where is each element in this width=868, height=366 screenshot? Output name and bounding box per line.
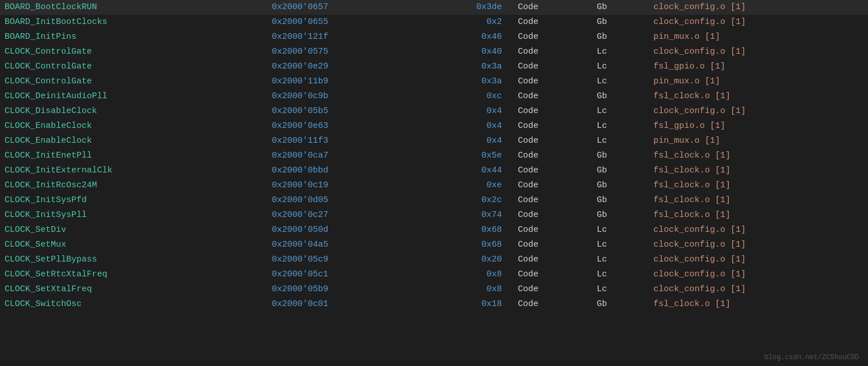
symbol-size: 0x4 (423, 134, 513, 148)
symbol-addr: 0x2000'0c01 (267, 297, 423, 312)
symbol-scope: Lc (592, 134, 649, 148)
symbol-scope: Gb (592, 89, 649, 104)
table-row: CLOCK_InitExternalClk0x2000'0bbd0x44Code… (0, 163, 868, 178)
symbol-type: Code (514, 30, 592, 45)
symbol-addr: 0x2000'04a5 (267, 238, 423, 252)
symbol-addr: 0x2000'05c1 (267, 267, 423, 282)
symbol-name: CLOCK_ControlGate (0, 74, 267, 89)
symbol-name: CLOCK_EnableClock (0, 134, 267, 148)
symbol-size: 0x3a (423, 74, 513, 89)
symbol-scope: Gb (592, 15, 649, 30)
symbol-type: Code (514, 178, 592, 193)
table-row: CLOCK_InitEnetPll0x2000'0ca70x5eCodeGbfs… (0, 148, 868, 163)
symbol-name: CLOCK_ControlGate (0, 59, 267, 74)
symbol-name: CLOCK_SetXtalFreq (0, 282, 267, 297)
symbol-scope: Lc (592, 45, 649, 59)
symbol-addr: 0x2000'0655 (267, 15, 423, 30)
symbol-name: CLOCK_InitExternalClk (0, 163, 267, 178)
symbol-file: pin_mux.o [1] (649, 30, 868, 45)
symbol-scope: Lc (592, 238, 649, 252)
table-row: CLOCK_SetMux0x2000'04a50x68CodeLcclock_c… (0, 238, 868, 252)
symbol-file: fsl_clock.o [1] (649, 178, 868, 193)
symbol-scope: Lc (592, 104, 649, 119)
symbol-scope: Gb (592, 30, 649, 45)
symbol-size: 0x3a (423, 59, 513, 74)
symbol-type: Code (514, 238, 592, 252)
symbol-name: CLOCK_InitRcOsc24M (0, 178, 267, 193)
symbol-type: Code (514, 223, 592, 238)
symbol-size: 0x18 (423, 297, 513, 312)
symbol-size: 0x68 (423, 238, 513, 252)
symbol-type: Code (514, 134, 592, 148)
table-row: CLOCK_SetDiv0x2000'050d0x68CodeLcclock_c… (0, 223, 868, 238)
symbol-size: 0x4 (423, 119, 513, 134)
symbol-addr: 0x2000'0ca7 (267, 148, 423, 163)
symbol-scope: Lc (592, 59, 649, 74)
table-row: CLOCK_EnableClock0x2000'11f30x4CodeLcpin… (0, 134, 868, 148)
symbol-scope: Lc (592, 267, 649, 282)
symbol-size: 0x8 (423, 282, 513, 297)
symbol-name: CLOCK_SwitchOsc (0, 297, 267, 312)
symbol-addr: 0x2000'0e29 (267, 59, 423, 74)
table-row: CLOCK_InitSysPfd0x2000'0d050x2cCodeGbfsl… (0, 193, 868, 208)
symbol-type: Code (514, 208, 592, 223)
symbol-type: Code (514, 252, 592, 267)
symbol-type: Code (514, 74, 592, 89)
table-row: BOARD_BootClockRUN0x2000'06570x3deCodeGb… (0, 0, 868, 15)
symbol-size: 0x68 (423, 223, 513, 238)
symbol-addr: 0x2000'050d (267, 223, 423, 238)
symbol-addr: 0x2000'0c27 (267, 208, 423, 223)
table-row: CLOCK_SetPllBypass0x2000'05c90x20CodeLcc… (0, 252, 868, 267)
symbol-file: fsl_clock.o [1] (649, 89, 868, 104)
symbol-addr: 0x2000'0bbd (267, 163, 423, 178)
symbol-name: CLOCK_ControlGate (0, 45, 267, 59)
symbol-file: clock_config.o [1] (649, 0, 868, 15)
symbol-addr: 0x2000'0575 (267, 45, 423, 59)
table-row: CLOCK_EnableClock0x2000'0e630x4CodeLcfsl… (0, 119, 868, 134)
symbol-type: Code (514, 0, 592, 15)
symbol-size: 0x44 (423, 163, 513, 178)
symbol-name: BOARD_InitBootClocks (0, 15, 267, 30)
symbol-type: Code (514, 267, 592, 282)
symbol-type: Code (514, 193, 592, 208)
symbol-addr: 0x2000'05b5 (267, 104, 423, 119)
symbol-addr: 0x2000'0d05 (267, 193, 423, 208)
symbol-type: Code (514, 45, 592, 59)
table-row: CLOCK_SetXtalFreq0x2000'05b90x8CodeLcclo… (0, 282, 868, 297)
symbol-name: BOARD_BootClockRUN (0, 0, 267, 15)
symbol-addr: 0x2000'11b9 (267, 74, 423, 89)
symbol-size: 0x5e (423, 148, 513, 163)
symbol-scope: Lc (592, 282, 649, 297)
symbol-name: BOARD_InitPins (0, 30, 267, 45)
symbol-size: 0x4 (423, 104, 513, 119)
symbol-file: fsl_clock.o [1] (649, 193, 868, 208)
symbol-size: 0x2 (423, 15, 513, 30)
symbol-file: clock_config.o [1] (649, 104, 868, 119)
symbol-size: 0x40 (423, 45, 513, 59)
table-row: CLOCK_SetRtcXtalFreq0x2000'05c10x8CodeLc… (0, 267, 868, 282)
symbol-size: 0x20 (423, 252, 513, 267)
symbol-size: 0x3de (423, 0, 513, 15)
symbol-scope: Gb (592, 208, 649, 223)
symbol-name: CLOCK_InitSysPfd (0, 193, 267, 208)
symbol-file: fsl_clock.o [1] (649, 208, 868, 223)
symbol-size: 0x74 (423, 208, 513, 223)
table-row: BOARD_InitBootClocks0x2000'06550x2CodeGb… (0, 15, 868, 30)
symbol-scope: Lc (592, 74, 649, 89)
table-row: CLOCK_ControlGate0x2000'0e290x3aCodeLcfs… (0, 59, 868, 74)
symbol-file: fsl_gpio.o [1] (649, 119, 868, 134)
symbol-name: CLOCK_EnableClock (0, 119, 267, 134)
table-row: BOARD_InitPins0x2000'121f0x46CodeGbpin_m… (0, 30, 868, 45)
symbol-type: Code (514, 119, 592, 134)
symbol-size: 0x46 (423, 30, 513, 45)
symbol-type: Code (514, 104, 592, 119)
symbol-addr: 0x2000'0c9b (267, 89, 423, 104)
symbol-addr: 0x2000'0e63 (267, 119, 423, 134)
symbol-scope: Gb (592, 163, 649, 178)
symbol-name: CLOCK_DisableClock (0, 104, 267, 119)
symbol-scope: Gb (592, 0, 649, 15)
symbol-file: clock_config.o [1] (649, 15, 868, 30)
symbol-addr: 0x2000'0c19 (267, 178, 423, 193)
symbol-scope: Gb (592, 297, 649, 312)
symbol-scope: Gb (592, 178, 649, 193)
